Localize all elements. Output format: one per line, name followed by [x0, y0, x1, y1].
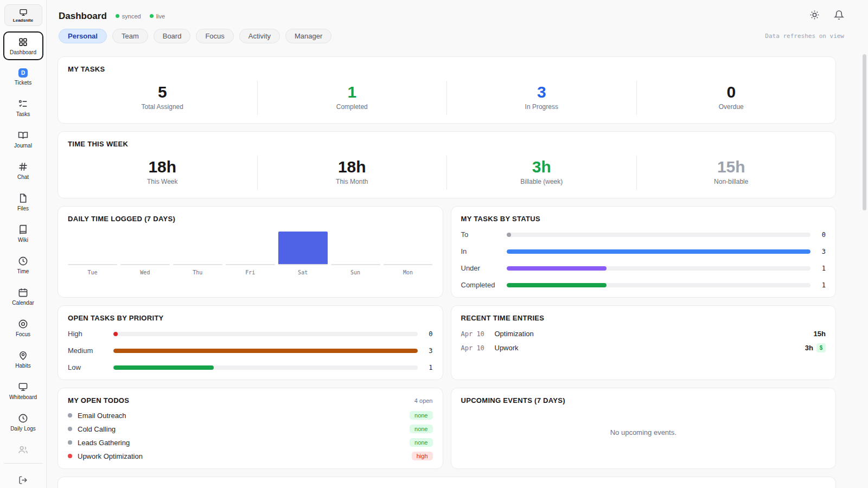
- my-open-todos-card: MY OPEN TODOS 4 open Email Outreach none…: [58, 388, 443, 469]
- time-entry-row: Apr 10 Optimization 15h: [461, 330, 826, 338]
- chart-col-tue: Tue: [68, 232, 117, 275]
- priority-row-high: High 0: [68, 330, 433, 338]
- sidebar-divider: [4, 463, 43, 464]
- upcoming-events-card: UPCOMING EVENTS (7 DAYS) No upcoming eve…: [451, 388, 837, 469]
- priority-dot-icon: [68, 413, 72, 418]
- tabs-bar: Personal Team Board Focus Activity Manag…: [47, 22, 868, 43]
- open-tasks-priority-title: OPEN TASKS BY PRIORITY: [68, 314, 433, 322]
- live-status: live: [150, 13, 165, 20]
- chart-col-sun: Sun: [331, 232, 380, 275]
- sidebar-item-whiteboard[interactable]: Whiteboard: [3, 376, 43, 405]
- calendar-icon: [18, 287, 28, 298]
- tab-manager[interactable]: Manager: [285, 29, 331, 43]
- recent-time-entries-title: RECENT TIME ENTRIES: [461, 314, 826, 322]
- todo-item-cold-calling[interactable]: Cold Calling none: [68, 425, 433, 433]
- stat-in-progress: 3 In Progress: [446, 81, 636, 115]
- tab-activity[interactable]: Activity: [239, 29, 280, 43]
- map-pin-icon: [18, 350, 28, 361]
- synced-dot-icon: [116, 14, 119, 18]
- sidebar-item-daily-logs[interactable]: Daily Logs: [3, 408, 43, 436]
- no-events-message: No upcoming events.: [461, 404, 826, 460]
- logout-icon[interactable]: [18, 476, 28, 487]
- chart-col-wed: Wed: [120, 232, 170, 275]
- status-row-completed: Completed 1: [461, 281, 826, 289]
- theme-toggle-sun-icon[interactable]: [809, 10, 820, 22]
- tasks-by-status-title: MY TASKS BY STATUS: [461, 215, 826, 223]
- sidebar: Leadsnite Dashboard D Tickets Tasks Jour…: [0, 0, 47, 488]
- dashboard-content: MY TASKS 5 Total Assigned 1 Completed 3 …: [47, 43, 868, 488]
- time-this-week-title: TIME THIS WEEK: [68, 140, 826, 148]
- recent-time-entries-card: RECENT TIME ENTRIES Apr 10 Optimization …: [451, 305, 837, 380]
- chart-col-sat: Sat: [278, 232, 328, 275]
- stat-non-billable: 15h Non-billable: [636, 156, 826, 190]
- priority-row-medium: Medium 3: [68, 346, 433, 355]
- upcoming-events-title: UPCOMING EVENTS (7 DAYS): [461, 396, 826, 404]
- status-row-under: Under 1: [461, 264, 826, 272]
- stat-overdue: 0 Overdue: [636, 81, 826, 115]
- refresh-note: Data refreshes on view: [765, 33, 844, 40]
- chart-col-fri: Fri: [226, 232, 275, 275]
- people-icon: [18, 445, 28, 455]
- live-dot-icon: [150, 14, 154, 18]
- daily-time-logged-title: DAILY TIME LOGGED (7 DAYS): [68, 215, 433, 223]
- stat-completed: 1 Completed: [257, 81, 447, 115]
- grid-icon: [18, 37, 28, 47]
- sidebar-item-focus[interactable]: Focus: [3, 313, 43, 342]
- app-name: Leadsnite: [13, 18, 33, 23]
- checklist-icon: [18, 99, 28, 109]
- priority-row-low: Low 1: [68, 363, 433, 371]
- tab-focus[interactable]: Focus: [196, 29, 233, 43]
- status-row-in: In 3: [461, 247, 826, 255]
- stat-this-month: 18h This Month: [257, 156, 447, 190]
- stat-billable: 3h Billable (week): [446, 156, 636, 190]
- notifications-bell-icon[interactable]: [834, 10, 844, 22]
- stat-total-assigned: 5 Total Assigned: [68, 81, 257, 115]
- sidebar-item-habits[interactable]: Habits: [3, 345, 43, 374]
- priority-badge: high: [412, 452, 433, 460]
- time-entry-row: Apr 10 Upwork 3h $: [461, 343, 826, 352]
- main-area: Dashboard synced live: [47, 0, 868, 488]
- sidebar-item-team-partial[interactable]: [3, 439, 43, 460]
- sidebar-item-tasks[interactable]: Tasks: [3, 93, 43, 122]
- book-icon: [18, 224, 28, 235]
- sidebar-item-calendar[interactable]: Calendar: [3, 282, 43, 311]
- time-this-week-card: TIME THIS WEEK 18h This Week 18h This Mo…: [58, 131, 836, 198]
- app-logo[interactable]: Leadsnite: [4, 4, 42, 26]
- topbar: Dashboard synced live: [47, 0, 868, 22]
- todo-item-upwork-optimization[interactable]: Upwork Optimization high: [68, 452, 433, 460]
- todo-item-leads-gathering[interactable]: Leads Gathering none: [68, 438, 433, 447]
- tasks-by-status-card: MY TASKS BY STATUS To 0 In 3: [451, 206, 837, 298]
- sidebar-item-chat[interactable]: Chat: [3, 156, 43, 185]
- sidebar-item-dashboard[interactable]: Dashboard: [3, 31, 43, 60]
- sidebar-item-time[interactable]: Time: [3, 251, 43, 279]
- clock-logs-icon: [18, 413, 28, 423]
- priority-dot-icon: [68, 427, 72, 431]
- sidebar-item-journal[interactable]: Journal: [3, 125, 43, 153]
- todo-item-email-outreach[interactable]: Email Outreach none: [68, 411, 433, 420]
- scrollbar-thumb[interactable]: [863, 54, 866, 210]
- my-tasks-card: MY TASKS 5 Total Assigned 1 Completed 3 …: [58, 56, 836, 124]
- tab-personal[interactable]: Personal: [59, 29, 107, 43]
- priority-dot-icon: [68, 440, 72, 445]
- file-icon: [18, 193, 28, 203]
- daily-time-chart: Tue Wed Thu: [68, 232, 433, 275]
- daily-time-logged-card: DAILY TIME LOGGED (7 DAYS) Tue Wed: [58, 206, 443, 298]
- whiteboard-icon: [18, 382, 28, 392]
- hash-icon: [18, 162, 28, 172]
- billable-dollar-icon: $: [816, 343, 826, 352]
- page-title: Dashboard: [59, 11, 107, 22]
- sidebar-item-files[interactable]: Files: [3, 188, 43, 216]
- book-open-icon: [18, 130, 28, 140]
- priority-badge: none: [410, 411, 432, 420]
- tab-board[interactable]: Board: [154, 29, 191, 43]
- monitor-icon: [19, 8, 28, 17]
- open-tasks-priority-card: OPEN TASKS BY PRIORITY High 0 Medium 3: [58, 305, 443, 380]
- sidebar-item-wiki[interactable]: Wiki: [3, 219, 43, 248]
- sidebar-item-tickets[interactable]: D Tickets: [3, 63, 43, 91]
- target-icon: [18, 319, 28, 329]
- my-tasks-title: MY TASKS: [68, 65, 826, 73]
- stat-this-week: 18h This Week: [68, 156, 257, 190]
- tab-team[interactable]: Team: [112, 29, 148, 43]
- priority-dot-icon: [68, 454, 72, 458]
- synced-status: synced: [116, 13, 141, 20]
